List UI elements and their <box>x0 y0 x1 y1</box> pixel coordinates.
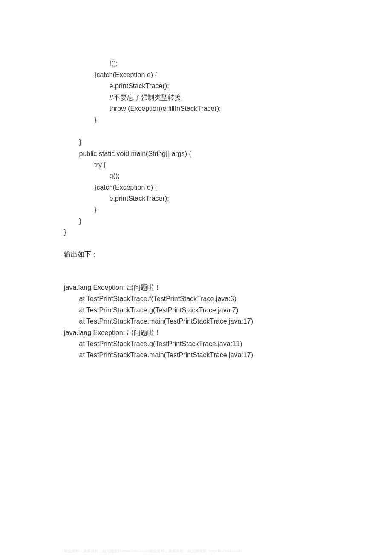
output-line: at TestPrintStackTrace.f(TestPrintStackT… <box>64 295 236 302</box>
document-page: f(); }catch(Exception e) { e.printStackT… <box>0 0 392 361</box>
exception-prefix: java.lang.Exception: <box>64 284 127 291</box>
footer-watermark: 最全资料，最新资料，最实用资料www.vodso.com最全资料，最新资料，最实… <box>0 544 392 555</box>
exception-message-cjk: 出问题啦！ <box>127 284 161 291</box>
code-line: g(); <box>64 172 120 179</box>
output-line: at TestPrintStackTrace.g(TestPrintStackT… <box>64 306 238 314</box>
output-line: at TestPrintStackTrace.main(TestPrintSta… <box>64 351 253 358</box>
watermark-line: 最全资料，最新资料，最实用资料www.vodso.com最全资料，最新资料，最实… <box>64 549 242 553</box>
code-line: public static void main(String[] args) { <box>64 150 191 157</box>
output-line: at TestPrintStackTrace.main(TestPrintSta… <box>64 318 253 325</box>
output-line: at TestPrintStackTrace.g(TestPrintStackT… <box>64 340 242 347</box>
java-code-block: f(); }catch(Exception e) { e.printStackT… <box>64 47 328 238</box>
code-line: }catch(Exception e) { <box>64 71 157 78</box>
code-line: e.printStackTrace(); <box>64 82 169 90</box>
code-line: throw (Exception)e.fillInStackTrace(); <box>64 105 221 112</box>
output-label: 输出如下： <box>64 250 328 259</box>
code-comment-cjk: 不要忘了强制类型转换 <box>113 94 182 101</box>
code-line: }catch(Exception e) { <box>64 184 157 191</box>
code-line: f(); <box>64 60 118 67</box>
code-line: } <box>64 206 96 213</box>
output-line: java.lang.Exception: 出问题啦！ <box>64 284 161 291</box>
code-comment-prefix: // <box>64 94 113 101</box>
code-line: } <box>64 116 96 123</box>
exception-prefix: java.lang.Exception: <box>64 329 127 336</box>
exception-message-cjk: 出问题啦！ <box>127 329 161 336</box>
output-line: java.lang.Exception: 出问题啦！ <box>64 329 161 336</box>
code-line: } <box>64 228 66 236</box>
code-line: e.printStackTrace(); <box>64 195 169 202</box>
code-line: try { <box>64 161 106 168</box>
code-line: //不要忘了强制类型转换 <box>64 94 182 101</box>
code-line: } <box>64 139 81 146</box>
output-block: java.lang.Exception: 出问题啦！ at TestPrintS… <box>64 271 328 361</box>
code-line: } <box>64 217 81 225</box>
